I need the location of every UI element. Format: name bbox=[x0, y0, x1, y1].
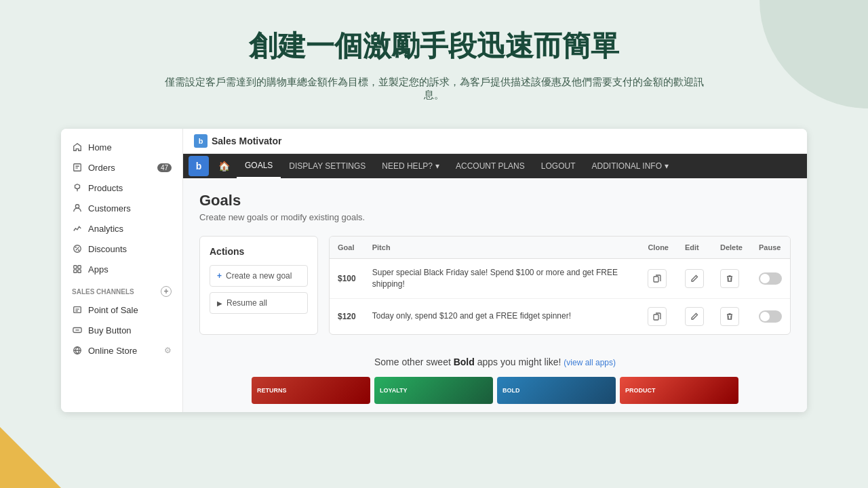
col-header-clone: Clone bbox=[639, 237, 677, 259]
sidebar-item-pos[interactable]: Point of Sale bbox=[61, 300, 182, 320]
app-card-returns-label: RETURNS bbox=[252, 377, 370, 404]
nav-item-display-settings[interactable]: DISPLAY SETTINGS bbox=[281, 155, 374, 178]
goals-table-card: Goal Pitch Clone Edit Delete Pause $100 bbox=[329, 236, 791, 335]
page-subtitle: 僅需設定客戶需達到的購物車總金額作為目標，並製定您的訴求，為客戶提供描述該優惠及… bbox=[163, 76, 705, 102]
add-sales-channel-icon[interactable]: + bbox=[161, 286, 172, 297]
plus-icon: + bbox=[217, 271, 222, 281]
create-new-goal-button[interactable]: + Create a new goal bbox=[210, 265, 308, 287]
col-header-pause: Pause bbox=[751, 237, 790, 259]
create-goal-label: Create a new goal bbox=[226, 271, 292, 281]
main-container: Home Orders 47 Products bbox=[61, 129, 807, 412]
table-row: $120 Today only, spend $120 and get a FR… bbox=[330, 298, 790, 334]
discounts-icon bbox=[72, 243, 83, 254]
orders-icon bbox=[72, 162, 83, 173]
analytics-icon bbox=[72, 223, 83, 234]
table-row: $100 Super special Black Friday sale! Sp… bbox=[330, 259, 790, 299]
sidebar-item-discounts[interactable]: Discounts bbox=[61, 239, 182, 259]
pause-toggle-1[interactable] bbox=[759, 272, 782, 285]
app-card-product-label: PRODUCT bbox=[620, 377, 738, 404]
page-header: 創建一個激勵手段迅速而簡單 僅需設定客戶需達到的購物車總金額作為目標，並製定您的… bbox=[0, 0, 868, 115]
sidebar-item-buy-button[interactable]: Buy Button bbox=[61, 320, 182, 340]
sidebar-item-orders[interactable]: Orders 47 bbox=[61, 157, 182, 178]
resume-all-button[interactable]: ▶ Resume all bbox=[210, 292, 308, 314]
sidebar-item-online-store[interactable]: Online Store ⚙ bbox=[61, 340, 182, 361]
apps-label: Apps bbox=[88, 264, 108, 274]
app-card-bold-label: BOLD bbox=[497, 377, 616, 404]
app-logo: b Sales Motivator bbox=[194, 134, 281, 148]
svg-rect-4 bbox=[78, 266, 81, 268]
pitch-text-1: Super special Black Friday sale! Spend $… bbox=[364, 259, 640, 299]
sales-channels-header: SALES CHANNELS + bbox=[61, 279, 182, 300]
bottom-bold-text: Bold bbox=[454, 357, 475, 367]
clone-button-1[interactable] bbox=[648, 269, 667, 288]
app-card-loyalty[interactable]: LOYALTY bbox=[374, 377, 493, 404]
sidebar-item-products[interactable]: Products bbox=[61, 178, 182, 198]
nav-item-goals[interactable]: GOALS bbox=[237, 154, 281, 178]
app-card-returns[interactable]: RETURNS bbox=[252, 377, 370, 404]
goals-title: Goals bbox=[199, 192, 791, 209]
sidebar-item-apps[interactable]: Apps bbox=[61, 259, 182, 279]
edit-button-1[interactable] bbox=[685, 269, 704, 288]
analytics-label: Analytics bbox=[88, 224, 123, 234]
view-all-apps-link[interactable]: (view all apps) bbox=[564, 358, 616, 367]
nav-item-account-plans[interactable]: ACCOUNT PLANS bbox=[448, 155, 533, 178]
pitch-text-2: Today only, spend $120 and get a FREE fi… bbox=[364, 298, 640, 334]
bottom-text-after: apps you might like! bbox=[475, 357, 561, 367]
delete-button-2[interactable] bbox=[720, 307, 739, 326]
app-card-product[interactable]: PRODUCT bbox=[620, 377, 738, 404]
svg-point-1 bbox=[75, 205, 79, 208]
app-cards-row: RETURNS LOYALTY BOLD PRODUCT bbox=[183, 373, 807, 412]
actions-title: Actions bbox=[210, 246, 308, 257]
orders-badge: 47 bbox=[157, 163, 172, 172]
nav-home-button[interactable]: 🏠 bbox=[212, 155, 237, 177]
page-title: 創建一個激勵手段迅速而簡單 bbox=[14, 27, 854, 65]
apps-icon bbox=[72, 264, 83, 274]
col-header-delete: Delete bbox=[712, 237, 751, 259]
app-header: b Sales Motivator bbox=[183, 129, 807, 154]
svg-rect-11 bbox=[654, 314, 658, 320]
nav-item-additional-info[interactable]: ADDITIONAL INFO ▾ bbox=[583, 155, 677, 178]
actions-card: Actions + Create a new goal ▶ Resume all bbox=[199, 236, 318, 335]
pos-label: Point of Sale bbox=[88, 305, 138, 315]
online-store-label: Online Store bbox=[88, 346, 137, 356]
resume-all-label: Resume all bbox=[226, 298, 267, 308]
products-icon bbox=[72, 182, 83, 193]
edit-button-2[interactable] bbox=[685, 307, 704, 326]
svg-rect-6 bbox=[78, 270, 81, 272]
svg-rect-0 bbox=[74, 164, 81, 171]
app-card-loyalty-label: LOYALTY bbox=[374, 377, 493, 404]
sidebar: Home Orders 47 Products bbox=[61, 129, 183, 412]
sidebar-item-customers[interactable]: Customers bbox=[61, 198, 182, 218]
nav-item-logout[interactable]: LOGOUT bbox=[533, 155, 584, 178]
svg-rect-7 bbox=[74, 307, 81, 313]
home-label: Home bbox=[88, 142, 112, 152]
col-header-goal: Goal bbox=[330, 237, 364, 259]
clone-button-2[interactable] bbox=[648, 307, 667, 326]
bottom-section: Some other sweet Bold apps you might lik… bbox=[183, 348, 807, 373]
buy-button-label: Buy Button bbox=[88, 325, 132, 336]
sidebar-item-analytics[interactable]: Analytics bbox=[61, 218, 182, 239]
discounts-label: Discounts bbox=[88, 244, 127, 254]
goal-amount-2: $120 bbox=[330, 298, 364, 334]
app-logo-icon: b bbox=[194, 134, 208, 148]
online-store-icon bbox=[72, 345, 83, 356]
svg-rect-10 bbox=[654, 277, 658, 282]
nav-bar: b 🏠 GOALS DISPLAY SETTINGS NEED HELP? ▾ … bbox=[183, 154, 807, 178]
delete-button-1[interactable] bbox=[720, 269, 739, 288]
sidebar-item-home[interactable]: Home bbox=[61, 137, 182, 157]
goals-subtitle: Create new goals or modify existing goal… bbox=[199, 212, 791, 222]
svg-rect-3 bbox=[74, 266, 77, 268]
app-card-bold[interactable]: BOLD bbox=[497, 377, 616, 404]
buy-button-icon bbox=[72, 325, 83, 336]
two-column-layout: Actions + Create a new goal ▶ Resume all bbox=[199, 236, 791, 335]
bottom-text-before: Some other sweet bbox=[374, 357, 454, 367]
svg-rect-5 bbox=[74, 270, 77, 272]
customers-icon bbox=[72, 203, 83, 214]
pause-toggle-2[interactable] bbox=[759, 310, 782, 323]
col-header-edit: Edit bbox=[677, 237, 712, 259]
additional-info-arrow-icon: ▾ bbox=[665, 161, 669, 171]
online-store-settings-icon[interactable]: ⚙ bbox=[164, 346, 172, 355]
goals-table: Goal Pitch Clone Edit Delete Pause $100 bbox=[330, 237, 790, 334]
nav-item-need-help[interactable]: NEED HELP? ▾ bbox=[374, 155, 448, 178]
content-area: b Sales Motivator b 🏠 GOALS DISPLAY SETT… bbox=[183, 129, 807, 412]
